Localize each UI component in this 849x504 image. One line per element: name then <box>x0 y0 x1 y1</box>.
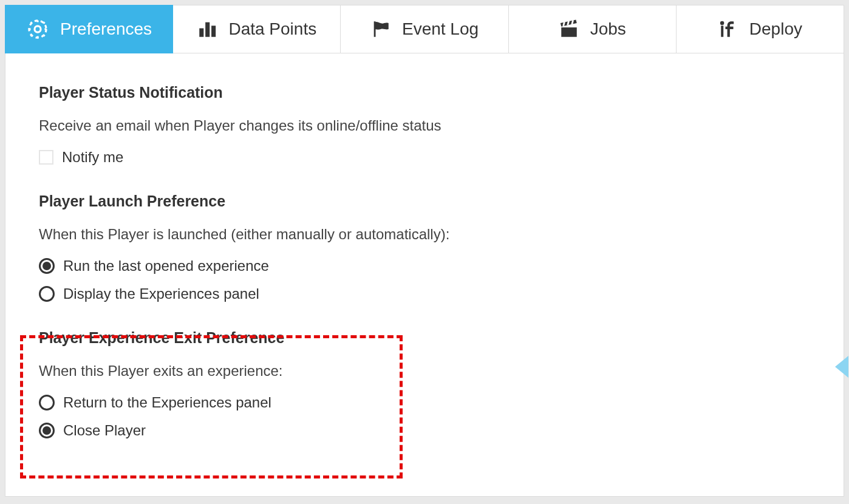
svg-point-0 <box>35 26 41 32</box>
radio-label: Run the last opened experience <box>63 257 269 274</box>
section-title: Player Status Notification <box>39 84 810 101</box>
section-desc: When this Player is launched (either man… <box>39 226 810 243</box>
svg-rect-4 <box>212 26 216 36</box>
launch-option-radio-1[interactable] <box>39 286 55 302</box>
radio-label: Close Player <box>63 422 146 439</box>
flag-icon <box>370 19 391 39</box>
svg-rect-11 <box>721 26 723 36</box>
checkbox-label: Notify me <box>62 149 123 166</box>
edge-tab-handle[interactable] <box>835 356 848 378</box>
section-desc: Receive an email when Player changes its… <box>39 117 810 134</box>
svg-rect-2 <box>200 29 204 37</box>
if-icon <box>718 19 738 39</box>
section-launch-preference: Player Launch Preference When this Playe… <box>39 192 810 302</box>
section-title: Player Launch Preference <box>39 192 810 210</box>
section-exit-preference: Player Experience Exit Preference When t… <box>39 329 810 439</box>
launch-option-radio-0[interactable] <box>39 258 55 274</box>
preferences-panel: Player Status Notification Receive an em… <box>5 53 844 497</box>
tab-label: Data Points <box>228 19 316 39</box>
tab-event-log[interactable]: Event Log <box>341 5 508 53</box>
section-title: Player Experience Exit Preference <box>39 329 810 347</box>
tab-strip: Preferences Data Points Event Log <box>5 5 844 53</box>
tab-label: Jobs <box>590 19 626 39</box>
notify-me-checkbox[interactable] <box>39 150 53 165</box>
radio-label: Return to the Experiences panel <box>63 394 271 411</box>
svg-rect-5 <box>561 27 577 37</box>
section-desc: When this Player exits an experience: <box>39 363 810 380</box>
section-status-notification: Player Status Notification Receive an em… <box>39 84 810 166</box>
tab-label: Preferences <box>60 19 152 39</box>
exit-option-radio-0[interactable] <box>39 395 55 410</box>
clapper-icon <box>559 19 579 39</box>
exit-option-radio-1[interactable] <box>39 423 55 438</box>
radio-label: Display the Experiences panel <box>63 285 259 302</box>
gear-icon <box>26 18 49 41</box>
tab-label: Event Log <box>402 19 479 39</box>
tab-preferences[interactable]: Preferences <box>5 5 173 53</box>
bars-icon <box>197 19 217 39</box>
svg-rect-3 <box>206 22 210 37</box>
tab-deploy[interactable]: Deploy <box>677 5 844 53</box>
tab-jobs[interactable]: Jobs <box>509 5 677 53</box>
svg-point-10 <box>720 21 725 26</box>
tab-data-points[interactable]: Data Points <box>173 5 341 53</box>
tab-label: Deploy <box>749 19 802 39</box>
